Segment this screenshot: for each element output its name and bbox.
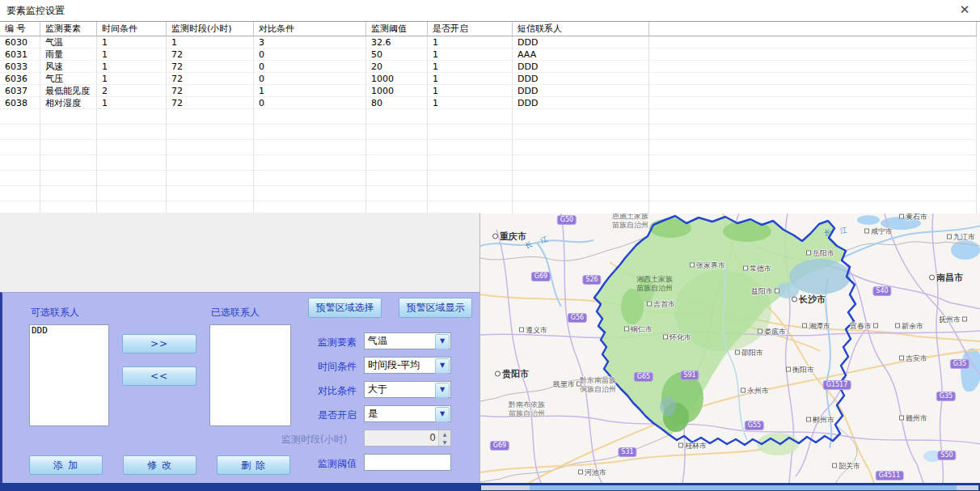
column-header[interactable]: 监测时段(小时) bbox=[167, 22, 254, 36]
table-cell: 最低能见度 bbox=[40, 85, 97, 97]
table-cell bbox=[40, 125, 97, 140]
city-square-icon bbox=[647, 302, 652, 307]
table-cell: AAA bbox=[513, 49, 649, 61]
table-row[interactable]: 6033风速1720201DDD bbox=[0, 61, 980, 73]
map-city-label: 衡阳市 bbox=[786, 365, 814, 375]
move-left-button[interactable]: << bbox=[122, 366, 196, 386]
table-cell bbox=[428, 201, 513, 214]
map-city-label: 湘潭市 bbox=[802, 321, 830, 332]
table-cell: 80 bbox=[366, 97, 428, 109]
chevron-down-icon[interactable]: ▼ bbox=[435, 334, 450, 349]
map-city-label: 吉安市 bbox=[899, 353, 927, 364]
city-dot-icon bbox=[792, 297, 797, 303]
column-header[interactable]: 编 号 bbox=[0, 22, 40, 36]
table-cell: 1 bbox=[428, 49, 513, 61]
map-city-label: 南昌市 bbox=[929, 272, 963, 284]
column-header[interactable]: 是否开启 bbox=[428, 22, 513, 36]
settings-panel: 可选联系人 DDD 已选联系人 >> << 添 加 修 改 删 除 预警区域选择… bbox=[0, 292, 479, 483]
table-cell bbox=[167, 155, 254, 171]
table-cell: 1 bbox=[428, 36, 513, 49]
table-row[interactable]: 6037最低能见度272110001DDD bbox=[0, 85, 980, 97]
table-cell bbox=[40, 186, 97, 201]
city-square-icon bbox=[678, 443, 683, 448]
city-square-icon bbox=[962, 317, 967, 322]
list-item[interactable]: DDD bbox=[30, 325, 108, 336]
table-cell: 50 bbox=[366, 49, 428, 61]
table-row[interactable]: 6030气温11332.61DDD bbox=[0, 36, 980, 49]
map-city-label: 黄石市 bbox=[899, 214, 927, 222]
table-cell: 1 bbox=[254, 85, 366, 97]
table-cell bbox=[366, 140, 428, 155]
table-cell: DDD bbox=[513, 61, 649, 73]
time-cond-select[interactable]: 时间段-平均 ▼ bbox=[364, 357, 451, 374]
move-right-button[interactable]: >> bbox=[122, 334, 196, 353]
city-square-icon bbox=[663, 335, 668, 340]
table-row[interactable]: 6036气压172010001DDD bbox=[0, 73, 980, 85]
column-header[interactable]: 监测要素 bbox=[40, 22, 97, 36]
map-city-label: 遵义市 bbox=[519, 325, 547, 336]
table-cell: 1 bbox=[428, 61, 513, 73]
table-cell bbox=[513, 171, 649, 186]
table-row[interactable]: 6031雨量1720501AAA bbox=[0, 49, 980, 61]
threshold-label: 监测阈值 bbox=[318, 457, 357, 471]
city-square-icon bbox=[899, 356, 904, 361]
table-empty-row bbox=[0, 201, 980, 214]
city-square-icon bbox=[873, 324, 878, 328]
selected-contacts-listbox[interactable] bbox=[209, 324, 291, 426]
map-hscrollbar[interactable] bbox=[481, 485, 978, 490]
enabled-select[interactable]: 是 ▼ bbox=[364, 405, 451, 422]
column-header[interactable] bbox=[649, 22, 977, 36]
table-cell: 风速 bbox=[40, 61, 97, 73]
chevron-down-icon[interactable]: ▼ bbox=[435, 407, 450, 422]
threshold-input[interactable] bbox=[364, 454, 451, 471]
road-badge: G35 bbox=[950, 359, 969, 369]
modify-button[interactable]: 修 改 bbox=[123, 455, 196, 475]
table-empty-row bbox=[0, 155, 980, 171]
map-view[interactable]: 重庆市遵义市贵阳市凯里市河池市桂林市铜仁市吉首市张家界市怀化市邵阳市娄底市湘潭市… bbox=[479, 214, 980, 483]
map-city-label: 宜春市 bbox=[850, 321, 878, 332]
column-header[interactable]: 时间条件 bbox=[97, 22, 167, 36]
road-badge: G55 bbox=[745, 421, 764, 430]
table-cell bbox=[649, 36, 977, 49]
warning-area-select-button[interactable]: 预警区域选择 bbox=[308, 298, 382, 318]
map-city-label: 韶关市 bbox=[832, 461, 860, 472]
road-badge: S91 bbox=[680, 370, 699, 380]
table-cell bbox=[513, 201, 649, 214]
table-cell: 72 bbox=[167, 49, 254, 61]
table-cell bbox=[40, 171, 97, 186]
map-city-label: 邵阳市 bbox=[735, 348, 763, 358]
column-header[interactable]: 对比条件 bbox=[254, 22, 366, 36]
chevron-down-icon[interactable]: ▼ bbox=[435, 358, 450, 374]
table-cell: 6033 bbox=[0, 61, 40, 73]
table-cell: 20 bbox=[366, 61, 428, 73]
table-cell: 1 bbox=[428, 97, 513, 109]
table-cell: 1000 bbox=[366, 85, 428, 97]
column-header[interactable]: 短信联系人 bbox=[513, 22, 649, 36]
city-square-icon bbox=[947, 235, 952, 239]
table-cell bbox=[167, 125, 254, 140]
titlebar: 要素监控设置 ✕ bbox=[0, 0, 980, 21]
close-icon[interactable]: ✕ bbox=[957, 2, 972, 17]
table-cell bbox=[366, 125, 428, 140]
table-cell bbox=[254, 171, 366, 186]
warning-area-display-button[interactable]: 预警区域显示 bbox=[399, 298, 472, 318]
table-cell bbox=[649, 201, 977, 214]
map-region-label: 黔南布依族苗族自治州 bbox=[509, 400, 545, 418]
table-cell: 气温 bbox=[40, 36, 97, 49]
available-contacts-listbox[interactable]: DDD bbox=[29, 324, 109, 426]
table-row[interactable]: 6038相对湿度1720801DDD bbox=[0, 97, 980, 109]
compare-cond-label: 对比条件 bbox=[318, 384, 357, 398]
road-badge: S40 bbox=[872, 286, 891, 296]
add-button[interactable]: 添 加 bbox=[29, 455, 103, 475]
map-city-label: 吉首市 bbox=[647, 299, 675, 310]
city-dot-icon bbox=[495, 371, 501, 377]
compare-cond-select[interactable]: 大于 ▼ bbox=[364, 381, 451, 398]
chevron-down-icon[interactable]: ▼ bbox=[435, 383, 450, 398]
delete-button[interactable]: 删 除 bbox=[217, 455, 290, 475]
table-cell: 32.6 bbox=[366, 36, 428, 49]
element-select[interactable]: 气温 ▼ bbox=[364, 332, 451, 349]
scrollbar-thumb[interactable] bbox=[530, 485, 957, 490]
table-empty-row bbox=[0, 140, 980, 155]
column-header[interactable]: 监测阈值 bbox=[366, 22, 428, 36]
table-cell bbox=[649, 85, 977, 97]
